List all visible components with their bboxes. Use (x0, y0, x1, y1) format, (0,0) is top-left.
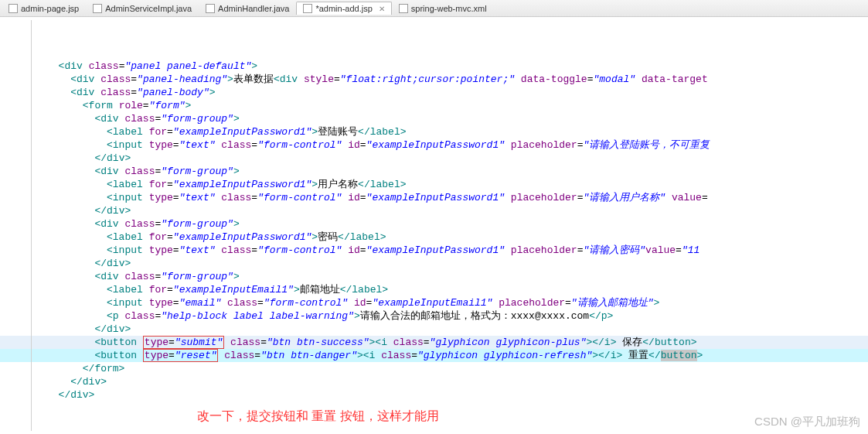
jsp-file-icon (9, 4, 18, 13)
code-line[interactable]: <div class="panel-heading">表单数据<div styl… (0, 73, 868, 86)
tab-admin-add-jsp[interactable]: *admin-add.jsp ✕ (296, 2, 391, 15)
code-line[interactable]: <button type="reset" class="btn btn-dang… (0, 349, 868, 362)
code-line[interactable]: <label for="exampleInputPassword1">用户名称<… (0, 178, 868, 191)
tab-label: AdminServiceImpl.java (105, 4, 192, 13)
tab-label: admin-page.jsp (21, 4, 79, 13)
code-line[interactable]: </div> (0, 375, 868, 388)
xml-file-icon (399, 4, 408, 13)
code-line[interactable]: <div class="panel-body"> (0, 86, 868, 99)
java-file-icon (93, 4, 102, 13)
code-line[interactable]: <p class="help-block label label-warning… (0, 309, 868, 323)
tab-label: AdminHandler.java (218, 4, 289, 13)
java-file-icon (206, 4, 215, 13)
jsp-file-icon (303, 4, 312, 13)
tab-adminhandler-java[interactable]: AdminHandler.java (199, 2, 296, 15)
code-line[interactable]: <div class="form-group"> (0, 112, 868, 125)
tab-spring-web-mvc-xml[interactable]: spring-web-mvc.xml (392, 2, 494, 15)
watermark-text: CSDN @平凡加班狗 (754, 415, 860, 428)
tab-label: spring-web-mvc.xml (411, 4, 487, 13)
code-line[interactable]: <div class="panel panel-default"> (0, 60, 868, 73)
code-editor[interactable]: <div class="panel panel-default"> <div c… (0, 17, 868, 434)
code-line[interactable]: <form role="form"> (0, 99, 868, 112)
code-line[interactable]: </div> (0, 152, 868, 165)
close-icon[interactable]: ✕ (379, 5, 385, 13)
code-line[interactable]: <label for="exampleInputPassword1">登陆账号<… (0, 125, 868, 138)
code-line[interactable]: <div class="form-group"> (0, 165, 868, 178)
annotation-text: 改一下，提交按钮和 重置 按钮，这样才能用 (197, 409, 439, 422)
tab-adminserviceimpl-java[interactable]: AdminServiceImpl.java (86, 2, 199, 15)
code-line[interactable]: <button type="submit" class="btn btn-suc… (0, 336, 868, 349)
code-line[interactable]: </div> (0, 204, 868, 217)
code-line[interactable]: <label for="exampleInputPassword1">密码</l… (0, 231, 868, 244)
code-line[interactable]: <label for="exampleInputEmail1">邮箱地址</la… (0, 283, 868, 296)
code-line[interactable]: <input type="email" class="form-control"… (0, 296, 868, 309)
code-line[interactable]: <div class="form-group"> (0, 217, 868, 231)
code-line[interactable]: <input type="text" class="form-control" … (0, 191, 868, 204)
code-line[interactable]: <input type="text" class="form-control" … (0, 244, 868, 257)
folding-column[interactable] (31, 20, 40, 431)
tab-label: *admin-add.jsp (315, 4, 372, 13)
code-line[interactable]: <div class="form-group"> (0, 270, 868, 283)
code-line[interactable]: <input type="text" class="form-control" … (0, 138, 868, 152)
tab-admin-page-jsp[interactable]: admin-page.jsp (2, 2, 86, 15)
code-line[interactable]: </div> (0, 388, 868, 402)
editor-tab-bar: admin-page.jsp AdminServiceImpl.java Adm… (0, 0, 868, 17)
code-line[interactable]: </div> (0, 257, 868, 270)
code-line[interactable]: </div> (0, 323, 868, 336)
code-line[interactable]: </form> (0, 362, 868, 375)
